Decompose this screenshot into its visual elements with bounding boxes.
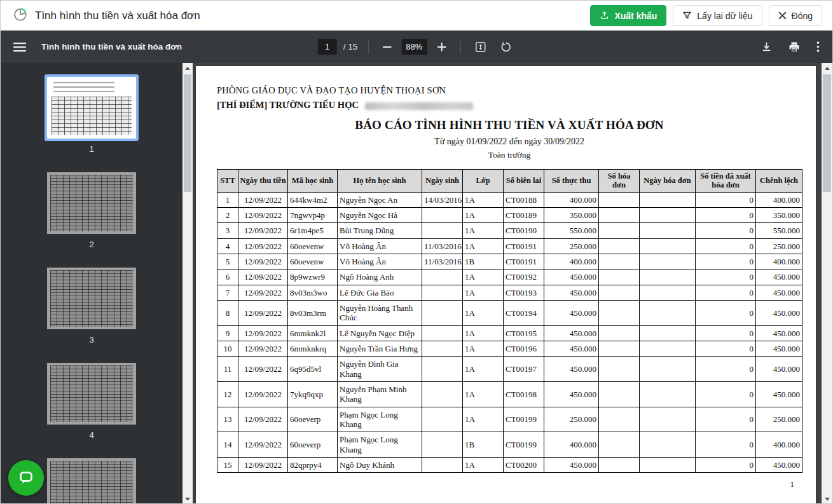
table-row: 1412/09/202260oeverpPhạm Ngọc Long Khang… [217, 432, 802, 458]
table-cell: 8p9wzwr9 [288, 269, 338, 285]
zoom-in-button[interactable] [433, 39, 450, 55]
table-cell: 12/09/2022 [238, 238, 288, 254]
close-icon [778, 11, 787, 20]
redacted-school-name [365, 102, 473, 110]
kebab-menu-icon[interactable] [813, 37, 823, 56]
print-icon[interactable] [785, 37, 804, 57]
table-cell [599, 325, 640, 341]
close-button[interactable]: Đóng [769, 5, 822, 26]
thumbnail-page-number: 3 [47, 335, 136, 344]
table-cell: 0 [696, 254, 756, 269]
viewer-content: 12345 PHÒNG GIÁO DỤC VÀ ĐẠO TẠO HUYỆN TH… [1, 63, 832, 504]
table-cell: 1A [463, 223, 504, 238]
thumbnail-item: 4 [47, 363, 136, 440]
table-cell: 0 [696, 269, 756, 285]
table-cell: 250.000 [544, 407, 599, 432]
column-header: Số biên lai [504, 170, 544, 193]
sidebar-scrollbar[interactable] [182, 63, 193, 504]
table-cell: Lê Nguyễn Ngọc Diệp [338, 325, 422, 341]
page-number-input[interactable] [318, 39, 337, 55]
table-cell: 1 [217, 192, 238, 207]
table-cell [599, 357, 640, 382]
org-line-1: PHÒNG GIÁO DỤC VÀ ĐẠO TẠO HUYỆN THOẠI SƠ… [217, 85, 802, 96]
page-thumbnail[interactable] [47, 77, 136, 139]
page-thumbnail[interactable] [47, 268, 136, 329]
viewer-scrollbar-thumb[interactable] [823, 74, 831, 192]
hamburger-menu-icon[interactable] [10, 38, 30, 56]
thumbnail-page-number: 4 [47, 430, 136, 440]
table-cell: Lê Đức Gia Bảo [338, 285, 422, 300]
table-cell: 450.000 [544, 301, 599, 326]
table-cell [599, 301, 640, 326]
zoom-level[interactable]: 88% [401, 39, 427, 55]
table-cell: 1A [463, 192, 504, 207]
table-cell [640, 223, 696, 238]
table-cell: 450.000 [756, 382, 802, 407]
page-thumbnail[interactable] [47, 458, 136, 504]
table-cell: 7ngwvp4p [288, 208, 338, 223]
scroll-down-arrow[interactable] [182, 494, 193, 504]
column-header: Chênh lệch [756, 170, 802, 193]
table-cell: 400.000 [756, 254, 802, 269]
zoom-out-button[interactable] [378, 39, 395, 55]
table-cell: Ngô Hoàng Anh [338, 269, 422, 285]
table-cell: 12/09/2022 [238, 254, 288, 269]
table-cell [422, 457, 463, 472]
export-button[interactable]: Xuất khẩu [590, 5, 666, 26]
table-cell: 60oeverp [288, 407, 338, 432]
table-cell: 6q95d5vl [288, 357, 338, 382]
table-cell: CT00199 [504, 432, 544, 458]
thumbnail-page-number: 2 [47, 240, 136, 249]
table-cell: 14 [217, 432, 238, 458]
table-cell: 250.000 [544, 238, 599, 254]
table-cell: 1A [463, 457, 504, 472]
table-row: 1312/09/202260oeverpPhạm Ngọc Long Khang… [217, 407, 802, 432]
table-cell: 0 [696, 407, 756, 432]
scroll-up-arrow[interactable] [182, 63, 193, 74]
table-cell [640, 432, 696, 458]
table-cell: 7 [217, 285, 238, 300]
viewer-scrollbar[interactable] [822, 63, 832, 504]
scroll-down-arrow[interactable] [822, 494, 832, 504]
pdf-toolbar-actions [757, 37, 823, 57]
table-cell [640, 357, 696, 382]
table-cell: 0 [696, 341, 756, 357]
table-cell: 7ykq9qxp [288, 382, 338, 407]
table-cell [640, 192, 696, 207]
report-title: BÁO CÁO TÌNH HÌNH THU TIỀN VÀ XUẤT HÓA Đ… [217, 118, 802, 132]
rotate-icon[interactable] [496, 37, 515, 57]
table-cell: 12/09/2022 [238, 208, 288, 223]
table-row: 112/09/2022644kw4m2Nguyễn Ngọc An14/03/2… [217, 192, 802, 207]
chat-widget-button[interactable] [8, 460, 44, 496]
column-header: Số thực thu [544, 170, 599, 193]
app-header: Tình hình thu tiền và xuất hóa đơn Xuất … [1, 1, 832, 31]
page-thumbnail[interactable] [47, 363, 136, 425]
fit-page-icon[interactable] [471, 37, 490, 57]
table-cell: 450.000 [756, 325, 802, 341]
table-cell: 450.000 [544, 285, 599, 300]
table-cell: 350.000 [756, 208, 802, 223]
thumbnail-item: 3 [47, 268, 136, 344]
table-cell: CT00188 [504, 192, 544, 207]
download-icon[interactable] [757, 37, 776, 56]
scroll-up-arrow[interactable] [822, 63, 832, 74]
table-cell [640, 457, 696, 472]
table-cell: 0 [696, 192, 756, 207]
table-cell: 12/09/2022 [238, 325, 288, 341]
table-cell: 13 [217, 407, 238, 432]
table-cell [422, 325, 463, 341]
table-cell: Nguyễn Phạm Minh Khang [338, 382, 422, 407]
sidebar-scrollbar-thumb[interactable] [184, 74, 191, 192]
table-cell: 450.000 [756, 285, 802, 300]
table-cell [422, 301, 463, 326]
table-cell: 1A [463, 407, 504, 432]
page-thumbnail[interactable] [47, 172, 136, 234]
table-cell: 250.000 [756, 407, 802, 432]
column-header: Lớp [463, 170, 504, 193]
table-cell: Nguyễn Ngọc Hà [338, 208, 422, 223]
reload-data-button[interactable]: Lấy lại dữ liệu [673, 5, 762, 26]
thumbnail-item: 2 [47, 172, 136, 249]
thumbnail-item: 1 [47, 77, 136, 154]
org-line-2: [THÍ ĐIỂM] TRƯỜNG TIỂU HỌC [217, 100, 802, 111]
table-cell: CT00192 [504, 269, 544, 285]
